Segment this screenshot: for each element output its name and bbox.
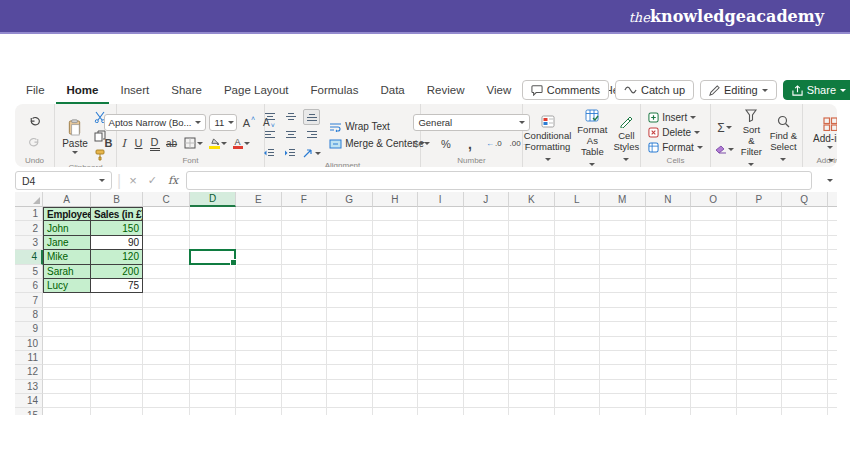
cell-Q3[interactable] <box>782 236 828 250</box>
tab-home[interactable]: Home <box>56 78 110 104</box>
cell-R10[interactable] <box>828 337 838 351</box>
cell-I2[interactable] <box>418 221 464 235</box>
cell-B6[interactable]: 75 <box>91 279 143 293</box>
cell-Q7[interactable] <box>782 293 828 307</box>
cell-R3[interactable] <box>828 236 838 250</box>
cell-Q9[interactable] <box>782 322 828 336</box>
cell-A1[interactable]: Employee <box>43 207 91 221</box>
cell-P5[interactable] <box>737 265 783 279</box>
insert-cells-button[interactable]: Insert <box>648 112 696 123</box>
cell-F1[interactable] <box>282 207 328 221</box>
cell-P10[interactable] <box>737 337 783 351</box>
merge-center-button[interactable]: Merge & Center <box>329 138 425 149</box>
column-header-d[interactable]: D <box>190 192 236 207</box>
cell-J2[interactable] <box>464 221 510 235</box>
cell-I6[interactable] <box>418 279 464 293</box>
cell-R2[interactable] <box>828 221 838 235</box>
cell-O4[interactable] <box>691 250 737 264</box>
cell-J10[interactable] <box>464 337 510 351</box>
conditional-formatting-button[interactable]: ConditionalFormatting <box>524 115 572 163</box>
fill-color-button[interactable] <box>209 135 227 151</box>
cell-J1[interactable] <box>464 207 510 221</box>
cell-E12[interactable] <box>236 365 282 379</box>
cell-N12[interactable] <box>646 365 692 379</box>
cell-N7[interactable] <box>646 293 692 307</box>
cell-H6[interactable] <box>373 279 419 293</box>
cell-I9[interactable] <box>418 322 464 336</box>
cell-D1[interactable] <box>190 207 236 221</box>
row-header-11[interactable]: 11 <box>15 351 43 365</box>
cell-C12[interactable] <box>143 365 190 379</box>
formula-input[interactable] <box>186 171 812 190</box>
cell-B8[interactable] <box>91 308 143 322</box>
wrap-text-button[interactable]: Wrap Text <box>329 121 390 132</box>
cell-Q5[interactable] <box>782 265 828 279</box>
cell-Q11[interactable] <box>782 351 828 365</box>
cell-C2[interactable] <box>143 221 190 235</box>
cell-H14[interactable] <box>373 394 419 408</box>
cell-O12[interactable] <box>691 365 737 379</box>
cell-R1[interactable] <box>828 207 838 221</box>
cell-H8[interactable] <box>373 308 419 322</box>
font-color-button[interactable]: A <box>233 135 250 151</box>
cell-O15[interactable] <box>691 408 737 415</box>
cell-Q12[interactable] <box>782 365 828 379</box>
double-underline-button[interactable]: D <box>150 135 160 151</box>
select-all-corner[interactable] <box>15 192 43 207</box>
cell-A4[interactable]: Mike <box>43 250 91 264</box>
cell-P15[interactable] <box>737 408 783 415</box>
cell-H9[interactable] <box>373 322 419 336</box>
cell-M6[interactable] <box>600 279 646 293</box>
cell-M15[interactable] <box>600 408 646 415</box>
cancel-entry-icon[interactable]: × <box>126 173 140 188</box>
cell-M7[interactable] <box>600 293 646 307</box>
row-header-9[interactable]: 9 <box>15 322 43 336</box>
cell-G9[interactable] <box>327 322 373 336</box>
column-header-m[interactable]: M <box>600 192 646 207</box>
cell-K11[interactable] <box>509 351 555 365</box>
cell-E7[interactable] <box>236 293 282 307</box>
cell-R12[interactable] <box>828 365 838 379</box>
cell-F15[interactable] <box>282 408 328 415</box>
autosum-button[interactable]: Σ <box>716 120 733 136</box>
cell-R14[interactable] <box>828 394 838 408</box>
cell-G14[interactable] <box>327 394 373 408</box>
cell-A9[interactable] <box>43 322 91 336</box>
cell-N6[interactable] <box>646 279 692 293</box>
cell-L15[interactable] <box>555 408 601 415</box>
cell-B7[interactable] <box>91 293 143 307</box>
cell-R4[interactable] <box>828 250 838 264</box>
tab-insert[interactable]: Insert <box>109 78 160 104</box>
cell-C5[interactable] <box>143 265 190 279</box>
cell-R15[interactable] <box>828 408 838 415</box>
cell-A11[interactable] <box>43 351 91 365</box>
cell-C10[interactable] <box>143 337 190 351</box>
cell-O1[interactable] <box>691 207 737 221</box>
cell-H4[interactable] <box>373 250 419 264</box>
cell-D11[interactable] <box>190 351 236 365</box>
cell-J15[interactable] <box>464 408 510 415</box>
confirm-entry-icon[interactable]: ✓ <box>145 174 160 187</box>
cell-A12[interactable] <box>43 365 91 379</box>
cell-N9[interactable] <box>646 322 692 336</box>
cell-A8[interactable] <box>43 308 91 322</box>
cell-B9[interactable] <box>91 322 143 336</box>
cell-L14[interactable] <box>555 394 601 408</box>
cell-D7[interactable] <box>190 293 236 307</box>
column-header-q[interactable]: Q <box>782 192 828 207</box>
cell-B2[interactable]: 150 <box>91 221 143 235</box>
row-header-3[interactable]: 3 <box>15 236 43 250</box>
cell-N14[interactable] <box>646 394 692 408</box>
tab-data[interactable]: Data <box>369 78 415 104</box>
cell-I4[interactable] <box>418 250 464 264</box>
cell-O3[interactable] <box>691 236 737 250</box>
cell-H11[interactable] <box>373 351 419 365</box>
cell-P7[interactable] <box>737 293 783 307</box>
cell-A7[interactable] <box>43 293 91 307</box>
cell-A10[interactable] <box>43 337 91 351</box>
cell-N15[interactable] <box>646 408 692 415</box>
number-format-select[interactable]: General <box>413 114 529 131</box>
cell-K10[interactable] <box>509 337 555 351</box>
cell-L11[interactable] <box>555 351 601 365</box>
column-header-p[interactable]: P <box>737 192 783 207</box>
